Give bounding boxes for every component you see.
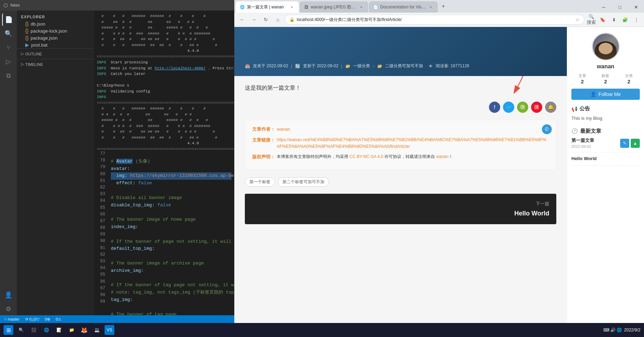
error-text: 0⊗ xyxy=(45,317,50,322)
outline-label: OUTLINE xyxy=(25,52,42,56)
license-link[interactable]: CC BY-NC-SA 4.0 xyxy=(349,154,383,159)
view-button-1[interactable]: ▲ xyxy=(631,139,640,148)
file-package-json[interactable]: {} package.json xyxy=(17,34,94,41)
forward-button[interactable]: → xyxy=(249,15,259,25)
stat-tags: 标签 2 xyxy=(595,73,616,84)
address-bar[interactable]: 🔒 localhost:4000/一级分类/二级分类可加可不加/firstArt… xyxy=(285,15,584,25)
code-line: img: https://skymirror-1310031509.cos.ap… xyxy=(111,172,232,180)
term-line: # # # ###### ## ## # # ## # # xyxy=(97,135,232,141)
license-author[interactable]: wanan xyxy=(436,154,448,159)
download-button[interactable]: ⬇ xyxy=(609,15,619,25)
extensions-icon[interactable]: ⧉ xyxy=(2,69,15,82)
next-title: Hello World xyxy=(252,210,549,217)
account-icon[interactable]: 👤 xyxy=(2,289,15,301)
weibo-share-icon[interactable]: 微 xyxy=(531,102,542,113)
notification-icon[interactable]: 🔔 xyxy=(545,102,556,113)
firefox-icon[interactable]: 🦊 xyxy=(79,325,89,335)
tags-label: 标签 xyxy=(595,73,616,78)
error-count[interactable]: 0⊗ xyxy=(43,317,52,322)
tab-title-1: 第一篇文章 | wanan xyxy=(247,4,284,10)
facebook-share-icon[interactable]: f xyxy=(489,102,500,113)
file-name: package-lock.json xyxy=(31,28,67,34)
code-line: index_img: xyxy=(111,223,232,231)
tag-2[interactable]: 第二个标签可加可不加 xyxy=(278,177,329,187)
tab-close-3[interactable]: × xyxy=(428,4,434,10)
tab-title-3: Documentation for Visual St... xyxy=(380,5,426,9)
twitter-share-icon[interactable]: 🐦 xyxy=(503,102,514,113)
tab-close-1[interactable]: × xyxy=(289,4,295,10)
file-package-lock-json[interactable]: {} package-lock.json xyxy=(17,27,94,34)
task-view[interactable]: ⬛ xyxy=(29,325,39,335)
browser-window: 🌐 第一篇文章 | wanan × 🖼 wanan.jpeg (JPEG 图像，… xyxy=(234,0,644,323)
browser-tab-2[interactable]: 🖼 wanan.jpeg (JPEG 图像，1600×1... × xyxy=(300,1,368,13)
settings-icon[interactable]: ⚙ xyxy=(2,303,15,315)
license-text: 本博客所有文章除特别声明外，均采用 xyxy=(277,154,348,159)
next-article-box[interactable]: 下一篇 Hello World xyxy=(245,194,556,224)
category-1[interactable]: 一级分类 xyxy=(353,63,370,69)
start-button[interactable]: ⊞ xyxy=(4,325,13,335)
term-line: # # # ###### ###### # # # # xyxy=(97,106,232,112)
term-line: # ## # # ## ## # # # xyxy=(97,19,232,25)
follow-me-button[interactable]: 👤 Follow Me xyxy=(571,89,640,100)
minimize-button[interactable]: ─ xyxy=(596,1,612,13)
terminal-icon[interactable]: 💻 xyxy=(92,325,102,335)
file-name: package.json xyxy=(31,35,58,41)
browser-content: 📅 发表于 2022-09-02 | 🔄 更新于 2022-09-02 | 📁 … xyxy=(234,27,644,323)
debug-icon[interactable]: ▷ xyxy=(2,55,15,68)
term-line: INFO Start processing xyxy=(97,60,232,66)
la-title-2[interactable]: Hello World xyxy=(571,156,597,161)
edit-button-1[interactable]: ✎ xyxy=(620,139,629,148)
term-version: 4.4.0 xyxy=(97,140,232,146)
folder-icon: 📁 xyxy=(345,64,350,69)
category-2[interactable]: 二级分类可加可不加 xyxy=(385,63,423,69)
git-icon[interactable]: ⑂ xyxy=(2,41,15,54)
warning-count[interactable]: 0⚠ xyxy=(54,317,63,322)
extension-button[interactable]: 🧩 xyxy=(620,15,630,25)
maximize-button[interactable]: □ xyxy=(612,1,628,13)
browser-tab-3[interactable]: 📄 Documentation for Visual St... × xyxy=(369,1,438,13)
la-date-1: 2022-09-02 xyxy=(571,144,594,149)
search-button[interactable]: 🔍 搜索 xyxy=(586,15,596,25)
close-button[interactable]: ✕ xyxy=(628,1,644,13)
outline-header[interactable]: ▷ OUTLINE xyxy=(17,50,94,57)
code-line: # The banner image of home page xyxy=(111,216,232,223)
git-branch[interactable]: ⑂ master xyxy=(3,317,21,321)
notepad-icon[interactable]: 📝 xyxy=(54,325,64,335)
folder-icon-tb[interactable]: 📁 xyxy=(67,325,76,335)
home-button[interactable]: ⌂ xyxy=(273,15,283,25)
browser-tab-1[interactable]: 🌐 第一篇文章 | wanan × xyxy=(236,1,299,13)
term-divider: ========================================… xyxy=(97,146,232,151)
tray-icons[interactable]: ⌨ 🔊 🌐 xyxy=(603,328,622,332)
search-taskbar[interactable]: 🔍 xyxy=(16,325,26,335)
menu-button[interactable]: ⋮ xyxy=(631,15,641,25)
code-line: avatar: xyxy=(111,165,232,173)
file-db-json[interactable]: {} db.json xyxy=(17,20,94,27)
json-icon: {} xyxy=(25,35,28,41)
tab-close-2[interactable]: × xyxy=(358,4,364,10)
refresh-button[interactable]: ↻ xyxy=(261,15,271,25)
branch-name: master xyxy=(8,317,20,321)
la-title-1[interactable]: 第一篇文章 xyxy=(571,137,594,144)
security-icon: 🔒 xyxy=(289,17,295,22)
term-line: # # ## # ## ## ## # # # # # # xyxy=(97,129,232,135)
author-link[interactable]: wanan xyxy=(277,126,290,132)
folder-icon-2: 📁 xyxy=(377,64,382,69)
wechat-share-icon[interactable]: 微 xyxy=(517,102,528,113)
timeline-header[interactable]: ▷ TIMELINE xyxy=(17,61,94,68)
sync-status[interactable]: ⟳ 0△0▽ xyxy=(24,317,41,322)
term-divider: ========================================… xyxy=(97,54,232,60)
tag-1[interactable]: 第一个标签 xyxy=(245,177,275,187)
vscode-icon[interactable]: VS xyxy=(105,325,114,335)
author-label: 文章作者： xyxy=(252,126,277,133)
author-row: 文章作者： wanan xyxy=(252,126,549,133)
file-post-bat[interactable]: ▶ post.bat xyxy=(17,41,94,48)
new-tab-button[interactable]: + xyxy=(438,1,448,11)
edge-icon[interactable]: 🌐 xyxy=(41,325,51,335)
json-icon: {} xyxy=(25,21,28,27)
copy-link-button[interactable]: © xyxy=(542,124,552,134)
search-icon[interactable]: 🔍 xyxy=(2,27,15,40)
article-link[interactable]: https://wanan.red/%E4%B8%80%E7%BA%A7%E5%… xyxy=(277,137,546,149)
files-icon[interactable]: 📄 xyxy=(2,13,15,26)
bookmark-button[interactable]: 🔖 xyxy=(598,15,608,25)
back-button[interactable]: ← xyxy=(237,15,247,25)
